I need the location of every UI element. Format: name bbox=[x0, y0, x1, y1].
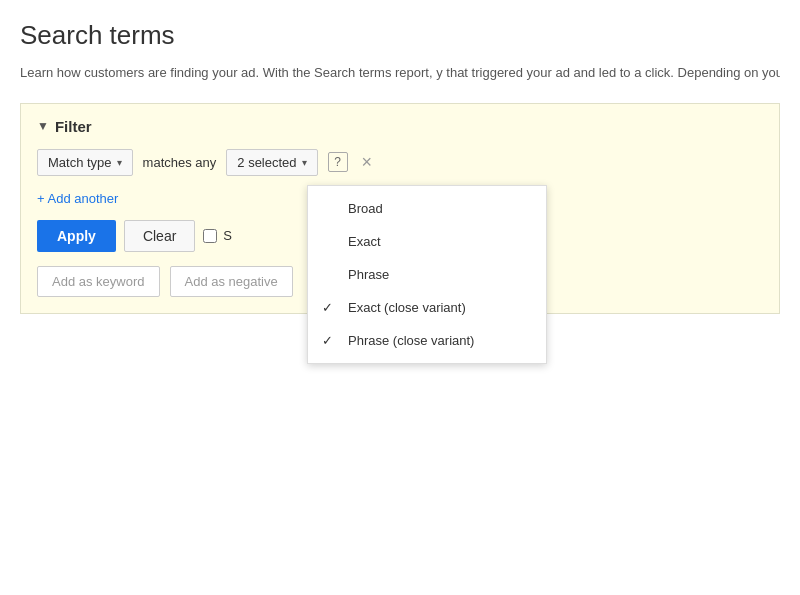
dropdown-item-broad[interactable]: Broad bbox=[308, 192, 546, 225]
filter-row: Match type ▾ matches any 2 selected ▾ ? … bbox=[37, 149, 763, 176]
apply-button[interactable]: Apply bbox=[37, 220, 116, 252]
dropdown-item-broad-label: Broad bbox=[348, 201, 383, 216]
add-as-keyword-button[interactable]: Add as keyword bbox=[37, 266, 160, 297]
help-icon-label: ? bbox=[334, 155, 341, 169]
phrase-close-checkmark: ✓ bbox=[322, 333, 333, 348]
selected-count-label: 2 selected bbox=[237, 155, 296, 170]
select-all-checkbox[interactable] bbox=[203, 229, 217, 243]
dropdown-item-exact-label: Exact bbox=[348, 234, 381, 249]
dropdown-item-exact-close-label: Exact (close variant) bbox=[348, 300, 466, 315]
filter-section: ▼ Filter Match type ▾ matches any 2 sele… bbox=[20, 103, 780, 314]
matches-any-text: matches any bbox=[143, 155, 217, 170]
help-icon[interactable]: ? bbox=[328, 152, 348, 172]
add-another-label: + Add another bbox=[37, 191, 118, 206]
match-type-dropdown-arrow-icon: ▾ bbox=[117, 157, 122, 168]
page-description: Learn how customers are finding your ad.… bbox=[20, 63, 780, 83]
exact-close-checkmark: ✓ bbox=[322, 300, 333, 315]
filter-label: Filter bbox=[55, 118, 92, 135]
checkbox-label: S bbox=[223, 228, 232, 243]
filter-header: ▼ Filter bbox=[37, 118, 763, 135]
match-type-dropdown-menu: Broad Exact Phrase ✓ Exact (close varian… bbox=[307, 185, 547, 364]
dropdown-item-phrase-label: Phrase bbox=[348, 267, 389, 282]
dropdown-item-exact[interactable]: Exact bbox=[308, 225, 546, 258]
dropdown-item-phrase[interactable]: Phrase bbox=[308, 258, 546, 291]
match-type-button[interactable]: Match type ▾ bbox=[37, 149, 133, 176]
dropdown-item-phrase-close-label: Phrase (close variant) bbox=[348, 333, 474, 348]
clear-button[interactable]: Clear bbox=[124, 220, 195, 252]
close-filter-button[interactable]: × bbox=[358, 153, 377, 171]
page-title: Search terms bbox=[20, 20, 780, 51]
add-as-negative-button[interactable]: Add as negative bbox=[170, 266, 293, 297]
dropdown-item-phrase-close[interactable]: ✓ Phrase (close variant) bbox=[308, 324, 546, 357]
add-another-link[interactable]: + Add another bbox=[37, 191, 118, 206]
filter-arrow-icon: ▼ bbox=[37, 119, 49, 133]
selected-dropdown-arrow-icon: ▾ bbox=[302, 157, 307, 168]
match-type-label: Match type bbox=[48, 155, 112, 170]
checkbox-area: S bbox=[203, 228, 232, 243]
dropdown-item-exact-close[interactable]: ✓ Exact (close variant) bbox=[308, 291, 546, 324]
selected-dropdown-button[interactable]: 2 selected ▾ bbox=[226, 149, 317, 176]
page-container: Search terms Learn how customers are fin… bbox=[0, 0, 800, 595]
